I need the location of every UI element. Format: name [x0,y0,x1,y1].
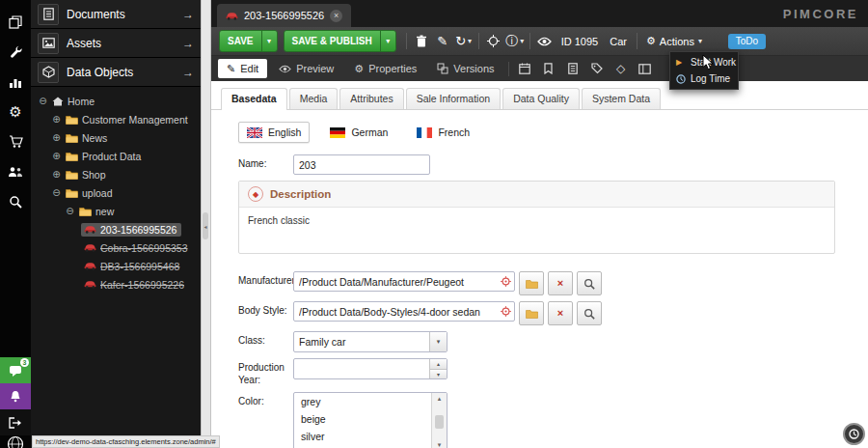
chat-button[interactable]: 3 [0,357,31,383]
tree-item-upload[interactable]: ⊖ upload [31,183,201,202]
expand-icon[interactable]: ⊕ [50,114,63,125]
collapse-icon[interactable]: ⊖ [64,206,76,216]
cart-icon[interactable] [0,126,31,156]
upload-button[interactable] [519,271,544,295]
sidebar-panel-assets[interactable]: Assets → [31,29,201,58]
spin-down-icon[interactable]: ▾ [430,370,447,379]
close-icon[interactable]: × [330,10,342,22]
info-button[interactable]: ⓘ▾ [504,31,526,52]
gear-icon[interactable]: ⚙ [0,97,31,126]
tree-item-new[interactable]: ⊖ new [31,202,201,220]
expand-icon[interactable]: ⊕ [50,169,63,180]
globe-button[interactable] [0,435,31,448]
tab-versions[interactable]: Versions [428,59,502,78]
spin-up-icon[interactable]: ▴ [430,359,447,370]
expand-icon[interactable]: ⊕ [50,132,63,143]
description-fieldset: ◆ Description French classic [238,181,835,254]
description-header[interactable]: ◆ Description [239,182,834,208]
sidebar-panel-documents[interactable]: Documents → [31,0,201,29]
scroll-down-icon[interactable]: ▾ [438,441,442,448]
color-option-grey[interactable]: grey [294,393,447,410]
production-year-spinner[interactable]: ▴ ▾ [293,358,448,379]
tab-data-quality[interactable]: Data Quality [502,88,580,109]
workflow-button[interactable] [635,59,656,78]
lang-tab-english[interactable]: English [238,122,310,143]
class-select[interactable]: Family car ▾ [293,331,448,352]
dependencies-button[interactable]: ◇ [610,59,632,78]
tab-sale-information[interactable]: Sale Information [406,88,501,109]
profiler-button[interactable] [843,423,865,445]
collapse-icon[interactable]: ⊖ [37,96,49,106]
lang-tab-german[interactable]: German [321,122,396,143]
rename-button[interactable]: ✎ [432,31,453,52]
delete-button[interactable] [411,31,432,52]
sidebar-splitter[interactable]: ◂ [201,0,211,448]
tree-item-203[interactable]: 203-1566995526 [31,220,201,238]
tags-button[interactable] [586,59,608,78]
menu-item-log-time[interactable]: Log Time [670,70,738,87]
collapse-icon[interactable]: ⊖ [50,187,63,198]
sidebar-panel-data-objects[interactable]: Data Objects → [31,58,201,87]
reload-button[interactable]: ↻▾ [453,31,475,52]
description-editor[interactable]: French classic [239,208,834,253]
notes-button[interactable] [538,59,559,78]
manufacturer-input[interactable] [293,271,515,292]
save-publish-button[interactable]: SAVE & PUBLISH [285,31,380,51]
tree-item-db3[interactable]: DB3-1566995468 [31,257,201,275]
expand-arrow-icon[interactable]: → [182,8,194,21]
tab-basedata[interactable]: Basedata [221,88,287,110]
tab-media[interactable]: Media [289,88,339,109]
color-listbox[interactable]: grey beige silver ▴ ▾ [293,392,448,448]
name-input[interactable] [293,154,430,175]
tab-preview[interactable]: Preview [270,59,342,78]
tree-item-kafer[interactable]: Kafer-1566995226 [31,275,201,294]
notifications-button[interactable] [0,383,31,409]
document-tab[interactable]: 203-1566995526 × [217,4,351,27]
tools-icon[interactable] [0,37,31,67]
scroll-thumb[interactable] [435,415,444,429]
pages-icon[interactable] [0,7,31,37]
color-option-silver[interactable]: silver [294,428,447,445]
workflow-status-badge[interactable]: ToDo [728,34,766,49]
expand-icon[interactable]: ⊕ [50,151,63,161]
tree-item-cobra[interactable]: Cobra-1566995353 [31,238,201,257]
tree-item-product-data[interactable]: ⊕ Product Data [31,147,201,165]
remove-button[interactable]: × [548,271,573,295]
users-icon[interactable] [0,156,31,186]
tab-edit[interactable]: ✎Edit [218,59,267,78]
search-button[interactable] [577,301,602,325]
logout-button[interactable] [0,409,31,435]
body-style-input[interactable] [293,301,515,322]
tab-attributes[interactable]: Attributes [339,88,403,109]
schedule-button[interactable] [514,59,535,78]
reports-button[interactable] [562,59,583,78]
save-button[interactable]: SAVE [220,31,261,51]
search-icon[interactable] [0,186,31,216]
remove-button[interactable]: × [548,301,573,325]
save-publish-dropdown[interactable]: ▾ [380,31,395,51]
tree-item-home[interactable]: ⊖ Home [31,92,201,110]
save-dropdown[interactable]: ▾ [261,31,277,51]
expand-arrow-icon[interactable]: → [182,66,194,79]
expand-arrow-icon[interactable]: → [182,37,194,50]
listbox-scrollbar[interactable]: ▴ ▾ [431,393,447,448]
lang-tab-french[interactable]: French [408,122,478,143]
tree-item-news[interactable]: ⊕ News [31,128,201,147]
tree-item-customer-management[interactable]: ⊕ Customer Management [31,110,201,128]
open-relation-icon[interactable] [501,276,511,287]
locate-in-tree-button[interactable] [483,31,504,52]
color-option-beige[interactable]: beige [294,410,447,428]
actions-button[interactable]: ⚙ Actions ▾ [641,35,707,47]
tree-item-shop[interactable]: ⊕ Shop [31,165,201,183]
search-button[interactable] [577,271,602,295]
splitter-handle[interactable]: ◂ [203,212,208,239]
chart-icon[interactable] [0,67,31,97]
tab-properties[interactable]: ⚙Properties [345,59,425,78]
tab-system-data[interactable]: System Data [582,88,661,109]
chevron-down-icon[interactable]: ▾ [429,332,447,351]
upload-button[interactable] [519,301,544,325]
open-preview-button[interactable] [534,31,556,52]
open-relation-icon[interactable] [501,306,511,317]
crosshair-icon [487,35,500,47]
scroll-up-icon[interactable]: ▴ [438,395,442,403]
